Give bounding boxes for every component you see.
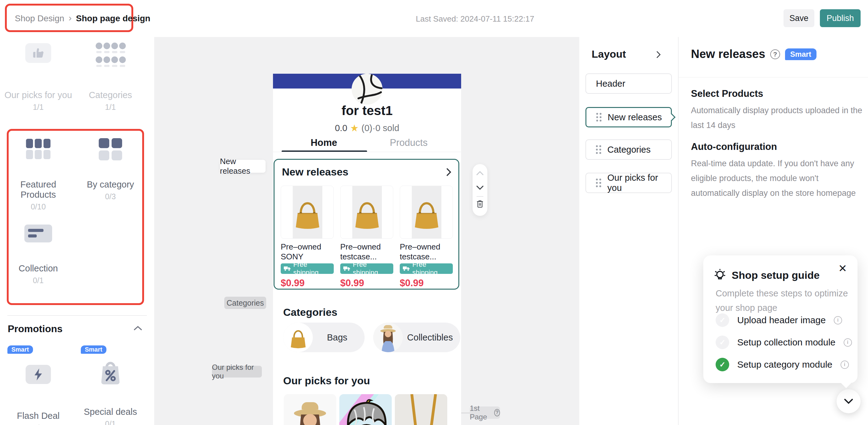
handbag-image (408, 194, 445, 232)
layout-panel-title: Layout (592, 48, 626, 60)
move-down-button[interactable] (476, 184, 484, 192)
page-tag-connector (461, 413, 470, 413)
product-title: Pre–owned testcase... (340, 242, 393, 262)
category-label: Bags (313, 332, 365, 343)
rating-detail: (0)·0 sold (362, 123, 399, 133)
guide-step[interactable]: ✓ Upload header image i (716, 313, 842, 327)
lightning-icon (26, 365, 51, 384)
truck-icon (343, 266, 351, 271)
shop-setup-guide-popup: ✕ Shop setup guide Complete these steps … (703, 255, 858, 383)
module-count: 0/3 (76, 192, 144, 201)
top-bar: Shop Design › Shop page design Last Save… (0, 0, 868, 37)
select-products-description: Automatically display products uploaded … (691, 103, 866, 132)
pick-image-model[interactable] (284, 394, 336, 425)
free-shipping-badge: Free shipping (340, 263, 393, 274)
category-image (373, 323, 403, 352)
drag-handle-icon[interactable] (596, 113, 601, 122)
product-image (281, 186, 334, 239)
check-circle-icon: ✓ (716, 336, 729, 349)
layout-item-new-releases[interactable]: New releases (585, 107, 672, 127)
pick-image-bag[interactable] (395, 394, 447, 425)
shop-avatar[interactable] (352, 74, 382, 104)
product-image (400, 186, 453, 239)
chevron-down-icon (844, 398, 854, 405)
smart-badge: Smart (81, 345, 106, 354)
module-label: Our picks for you (4, 90, 72, 100)
module-label: Flash Deal (4, 411, 72, 421)
drag-handle-icon[interactable] (596, 179, 601, 187)
category-pill-bags[interactable]: Bags (283, 323, 365, 352)
product-card[interactable]: Pre–owned SONY Pleathe... Free shipping … (281, 186, 334, 289)
tab-home[interactable]: Home (301, 137, 347, 148)
category-pill-collectibles[interactable]: Collectibles (373, 323, 460, 352)
sidebar-item-featured-products[interactable]: Featured Products 0/10 (4, 139, 72, 211)
module-label-new-releases: New releases (220, 160, 266, 173)
help-icon[interactable]: ? (770, 49, 780, 59)
layout-item-our-picks[interactable]: Our picks for you (585, 173, 672, 193)
chevron-right-icon[interactable] (445, 167, 453, 178)
sidebar-item-special-deals[interactable]: Special deals 0/1 (76, 359, 144, 425)
our-picks-module-title: Our picks for you (283, 375, 370, 387)
check-circle-icon: ✓ (716, 313, 729, 327)
sidebar-item-collection[interactable]: Collection 0/1 (4, 224, 72, 285)
chevron-right-icon[interactable] (656, 51, 661, 60)
new-releases-module[interactable]: New releases Pre–owned SONY Pleathe... (274, 159, 459, 290)
product-card[interactable]: Pre–owned testcase... Free shipping $0.9… (400, 186, 453, 289)
layout-item-categories[interactable]: Categories (585, 140, 672, 160)
collapse-guide-button[interactable] (837, 389, 861, 413)
category-label: Collectibles (403, 332, 460, 343)
close-icon[interactable]: ✕ (838, 262, 847, 274)
promotions-heading: Promotions (8, 323, 63, 335)
handbag-image (348, 194, 385, 232)
sidebar-item-our-picks[interactable]: Our picks for you 1/1 (4, 43, 72, 112)
product-title: Pre–owned testcase... (400, 242, 453, 262)
star-icon: ★ (350, 122, 359, 134)
product-image (340, 186, 393, 239)
publish-button[interactable]: Publish (820, 9, 861, 27)
auto-configuration-description: Real-time data update. If you don't have… (691, 156, 866, 201)
handbag-image (289, 194, 326, 232)
info-icon[interactable]: i (844, 338, 852, 347)
category-image (283, 323, 313, 352)
sidebar-item-by-category[interactable]: By category 0/3 (76, 139, 144, 201)
lightbulb-icon (713, 268, 727, 282)
preview-canvas: for test1 0.0 ★ (0)·0 sold Home Products… (154, 37, 579, 425)
toolbar-divider (476, 196, 483, 197)
module-label-our-picks: Our picks for you (212, 366, 262, 377)
guide-step[interactable]: ✓ Setup category module i (716, 358, 849, 371)
layout-item-header[interactable]: Header (585, 73, 672, 94)
breadcrumb-parent[interactable]: Shop Design (15, 13, 64, 24)
pick-image-cartoon[interactable] (339, 394, 392, 425)
phone-preview-page: for test1 0.0 ★ (0)·0 sold Home Products… (273, 74, 461, 425)
sidebar-item-categories[interactable]: Categories 1/1 (76, 43, 144, 112)
check-circle-done-icon: ✓ (716, 358, 729, 371)
config-divider (679, 77, 868, 78)
categories-module-title: Categories (283, 306, 337, 318)
save-button[interactable]: Save (783, 9, 814, 27)
module-toolbar (472, 164, 487, 216)
module-label: Collection (4, 263, 72, 274)
move-up-button[interactable] (476, 169, 484, 177)
rating-value: 0.0 (335, 123, 347, 133)
module-label-categories: Categories (224, 297, 266, 309)
product-card[interactable]: Pre–owned testcase... Free shipping $0.9… (340, 186, 393, 289)
delete-module-button[interactable] (476, 200, 484, 208)
layout-panel: Layout Header New releases Categories Ou… (579, 37, 678, 425)
module-count: 1/1 (4, 103, 72, 112)
drag-handle-icon[interactable] (596, 145, 601, 154)
guide-title: Shop setup guide (732, 269, 819, 281)
tab-products[interactable]: Products (382, 137, 435, 148)
info-icon[interactable]: i (841, 361, 849, 369)
promo-bag-icon (99, 359, 122, 387)
module-label: Special deals (76, 407, 144, 417)
product-price: $0.99 (400, 278, 453, 289)
truck-icon (403, 266, 410, 271)
breadcrumb-current: Shop page design (76, 13, 150, 24)
shop-rating: 0.0 ★ (0)·0 sold (273, 122, 461, 134)
collapse-chevron-icon[interactable] (133, 325, 143, 332)
sidebar-item-flash-deal[interactable]: Flash Deal 0/1 (4, 363, 72, 425)
guide-step[interactable]: ✓ Setup collection module i (716, 336, 852, 349)
help-icon[interactable]: ? (494, 409, 500, 416)
auto-configuration-heading: Auto-configuration (691, 141, 777, 152)
info-icon[interactable]: i (834, 316, 842, 325)
